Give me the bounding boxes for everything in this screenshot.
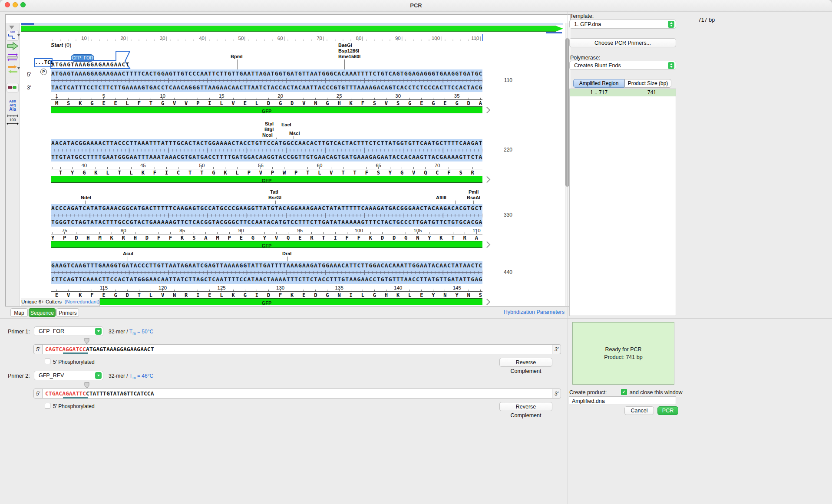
enzyme-label[interactable]: AflIII: [436, 195, 446, 200]
enzyme-tick: [237, 59, 238, 69]
codon-number: 25: [337, 93, 342, 99]
strand-top[interactable]: ACCCAGATCATATGAAACGGCATGACTTTTTCAAGAGTGC…: [51, 205, 482, 211]
codon-number: 60: [317, 163, 323, 168]
select-stepper-icon: [668, 62, 674, 69]
primer1-phosphorylated-checkbox[interactable]: [45, 359, 50, 364]
feature-tool-icon[interactable]: [7, 42, 18, 50]
feature-bar-gfp[interactable]: GFP: [51, 176, 482, 183]
enzyme-label[interactable]: Bme1580I: [338, 54, 360, 59]
primer2-junction-marker[interactable]: [84, 382, 90, 389]
translation-tool-icon[interactable]: [7, 65, 18, 74]
enzyme-label[interactable]: BsrGI: [268, 195, 281, 200]
enzyme-label[interactable]: DraI: [282, 251, 291, 256]
primer2-reverse-complement-button[interactable]: Reverse Complement: [499, 402, 552, 411]
tab-amplified-region[interactable]: Amplified Region: [573, 79, 624, 88]
feature-bar-gfp[interactable]: GFP: [51, 241, 482, 248]
enzyme-label[interactable]: MscI: [289, 131, 300, 136]
overview-track[interactable]: [21, 23, 563, 25]
cutters-label: Unique 6+ Cutters: [21, 299, 62, 304]
codon-number: 1: [55, 93, 58, 99]
translation-tool-chevron-icon[interactable]: [17, 67, 20, 69]
choose-primers-button[interactable]: Choose PCR Primers...: [569, 38, 676, 47]
cutters-mode-link[interactable]: (Nonredundant): [64, 299, 99, 304]
ruler-scale-icon[interactable]: 100: [7, 114, 19, 125]
tab-product-size[interactable]: Product Size (bp): [624, 79, 671, 88]
close-window-checkbox[interactable]: ✓: [621, 389, 627, 395]
codon-number: 95: [297, 228, 303, 233]
product-filename-input[interactable]: Amplified.dna: [569, 396, 676, 405]
collapse-arrow-icon[interactable]: [9, 26, 14, 29]
strand-top[interactable]: AACATACGGAAAACTTACCCTTAAATTTATTTGCACTACT…: [51, 140, 482, 146]
sequence-ruler: 102030405060708090100110: [51, 35, 482, 41]
basepair-ticks: [51, 270, 482, 275]
enzyme-label[interactable]: BaeGI: [338, 43, 352, 48]
template-select[interactable]: 1. GFP.dna: [569, 20, 676, 29]
enzyme-label[interactable]: NcoI: [262, 132, 273, 138]
primer-tool-icon[interactable]: [7, 53, 18, 62]
cancel-button[interactable]: Cancel: [624, 406, 654, 415]
strand-bottom[interactable]: CTTCAGTTCAAACTTCCACTATGGGAACAATTATCTTAGC…: [51, 276, 482, 283]
hybridization-parameters-link[interactable]: Hybridization Parameters: [456, 309, 565, 315]
enzyme-label[interactable]: AcuI: [123, 251, 133, 256]
enzyme-label[interactable]: Bsp1286I: [338, 48, 359, 53]
sequence-block[interactable]: GAAGTCAAGTTTGAAGGTGATACCCTTGTTAATAGAATCG…: [51, 261, 482, 284]
primer1-five-prime: 5′: [33, 344, 43, 354]
enzyme-label[interactable]: TatI: [270, 189, 278, 194]
pcr-button[interactable]: PCR: [657, 406, 678, 415]
overview-primer-fwd-marker: [21, 23, 34, 25]
ready-text: Ready for PCR: [573, 346, 674, 352]
orf-tool-button[interactable]: [7, 83, 19, 92]
primer2-select[interactable]: GFP_REV: [34, 371, 103, 380]
primer2-five-prime: 5′: [33, 389, 43, 399]
codon-ruler: 7580859095100105110: [51, 227, 482, 234]
primer1-reverse-complement-button[interactable]: Reverse Complement: [499, 358, 552, 367]
sequence-block[interactable]: ATGAGTAAAGGAGAAGAACTTTTCACTGGAGTTGTCCCAA…: [51, 69, 482, 92]
primer1-phosphorylated-label: 5′ Phosphorylated: [53, 359, 95, 365]
codon-number: 55: [258, 163, 264, 168]
primer1-three-prime: 3′: [552, 344, 561, 354]
enzyme-tool-chevron-icon[interactable]: [17, 34, 20, 36]
cutters-overlay[interactable]: Unique 6+ Cutters (Nonredundant): [21, 298, 100, 306]
ruler-number: 70: [317, 36, 322, 41]
translation-row: YPDHMKRHDFFKSAMPEGYVQERTIFFKDDGNYKTRA: [51, 235, 483, 241]
primer1-junction-marker[interactable]: [84, 337, 90, 344]
product-size-text: Product: 741 bp: [573, 354, 674, 360]
select-stepper-icon: [95, 328, 102, 335]
enzyme-tick: [344, 59, 345, 69]
feature-bar-gfp[interactable]: GFP: [51, 298, 482, 305]
ruler-number: 90: [395, 36, 401, 41]
strand-bottom[interactable]: TACTCATTTCCTCTTCTTGAAAAGTGACCTCAACAGGGTT…: [51, 84, 482, 91]
codon-number: 15: [219, 93, 225, 99]
overview-sequence-bar[interactable]: [21, 26, 563, 32]
primer1-select[interactable]: GFP_FOR: [34, 326, 103, 336]
primer2-restriction-site-underline: [63, 397, 88, 399]
sequence-block[interactable]: ACCCAGATCATATGAAACGGCATGACTTTTTCAAGAGTGC…: [51, 204, 482, 227]
tab-map[interactable]: Map: [10, 308, 28, 317]
translate-aa-icon[interactable]: Asn Arg Ala: [6, 99, 20, 111]
enzyme-tool-button[interactable]: SalI: [7, 30, 19, 41]
polymerase-select[interactable]: Creates Blunt Ends: [569, 61, 676, 70]
codon-number: 130: [276, 285, 284, 290]
tab-sequence[interactable]: Sequence: [29, 308, 56, 317]
enzyme-label[interactable]: BsaAI: [467, 195, 480, 200]
enzyme-label[interactable]: StyI: [265, 121, 274, 126]
enzyme-label[interactable]: NdeI: [81, 195, 91, 200]
strand-bottom[interactable]: TTGTATGCCTTTTGAATGGGAATTTAAATAAACGTGATGA…: [51, 154, 482, 160]
codon-number: 100: [355, 228, 363, 233]
tab-primers[interactable]: Primers: [56, 308, 79, 317]
primer2-phosphorylated-checkbox[interactable]: [45, 403, 50, 408]
enzyme-tick: [473, 201, 474, 204]
feature-bar-gfp[interactable]: GFP: [51, 106, 482, 113]
enzyme-label[interactable]: PmlI: [469, 189, 479, 194]
enzyme-label[interactable]: BtgI: [264, 127, 274, 132]
ruler-number: 100: [432, 36, 440, 41]
amplified-region-list[interactable]: 1 .. 717 741: [569, 89, 676, 316]
strand-top[interactable]: GAAGTCAAGTTTGAAGGTGATACCCTTGTTAATAGAATCG…: [51, 262, 482, 269]
strand-bottom[interactable]: TGGGTCTAGTATACTTTGCCGTACTGAAAAAGTTCTCACG…: [51, 219, 482, 225]
enzyme-tick: [287, 257, 288, 261]
sequence-block[interactable]: AACATACGGAAAACTTACCCTTAAATTTATTTGCACTACT…: [51, 139, 482, 161]
enzyme-label[interactable]: BpmI: [231, 54, 243, 59]
enzyme-label[interactable]: EaeI: [281, 122, 291, 127]
strand-top[interactable]: ATGAGTAAAGGAGAAGAACTTTTCACTGGAGTTGTCCCAA…: [51, 70, 482, 77]
amplified-region-row[interactable]: 1 .. 717 741: [570, 89, 676, 96]
